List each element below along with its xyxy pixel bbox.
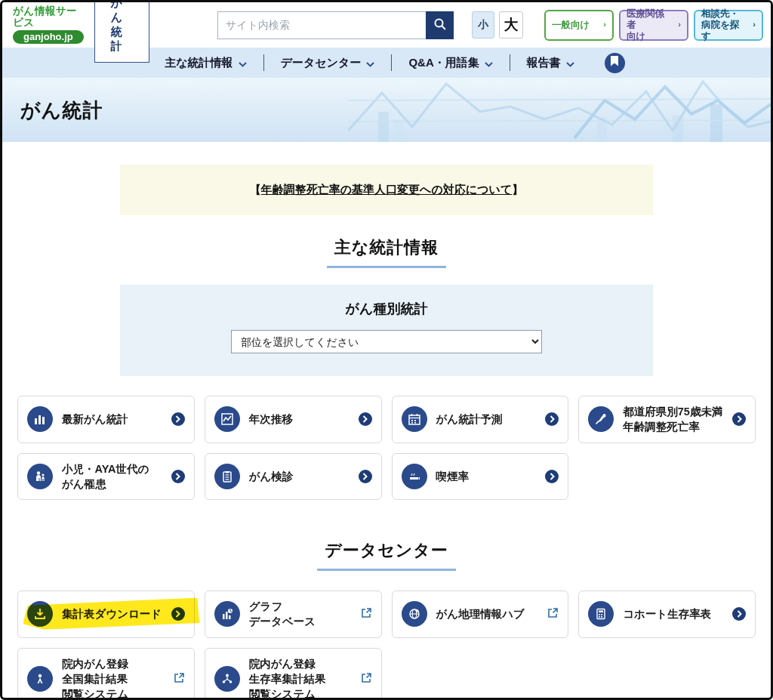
card-cohort-survival-table[interactable]: コホート生存率表 [578, 591, 756, 638]
no-smoking-icon [402, 464, 427, 489]
chevron-right-icon [359, 470, 372, 483]
page-title: がん統計 [2, 78, 771, 124]
font-size-large-button[interactable]: 大 [499, 11, 523, 39]
main-stats-card-grid: 最新がん統計 年次推移 がん統計予測 都道府県別75歳未満 年齢調整死亡率 小児… [17, 396, 756, 500]
chevron-right-icon [171, 470, 185, 483]
site-search [217, 11, 454, 39]
chevron-right-icon [171, 607, 185, 621]
survival-table-icon [588, 601, 614, 627]
chevron-right-icon [359, 412, 372, 426]
card-child-aya-cancer[interactable]: 小児・AYA世代の がん罹患 [17, 453, 195, 501]
hospital-registry-icon [27, 666, 53, 692]
bookmark-icon [610, 56, 619, 69]
nav-item-data-center[interactable]: データセンター [264, 56, 392, 70]
external-link-icon [361, 672, 372, 686]
card-prefecture-mortality-rate[interactable]: 都道府県別75歳未満 年齢調整死亡率 [578, 396, 756, 443]
download-icon [27, 601, 53, 627]
chevron-right-icon: › [678, 20, 681, 29]
chevron-down-icon [485, 57, 493, 69]
data-center-card-grid: 集計表ダウンロード グラフ データベース がん地理情報ハブ コホート生存率表 院… [17, 591, 756, 700]
globe-icon [402, 601, 427, 627]
external-link-icon [361, 607, 372, 621]
site-section-tab[interactable]: がん統計 [94, 0, 149, 63]
card-summary-table-download[interactable]: 集計表ダウンロード [17, 591, 195, 638]
card-smoking-rate[interactable]: 喫煙率 [392, 453, 569, 501]
chevron-right-icon [545, 470, 559, 483]
bar-chart-icon [27, 406, 53, 432]
nav-item-qa-glossary[interactable]: Q&A・用語集 [392, 56, 509, 70]
page-hero-banner: がん統計 [2, 78, 771, 142]
search-button[interactable] [426, 11, 454, 39]
audience-buttons: 一般向け › 医療関係者 向け › 相談先・ 病院を探す › [544, 10, 763, 41]
card-hospital-registry-survival-results[interactable]: 院内がん登録 生存率集計結果 閲覧システム [205, 648, 382, 700]
card-cancer-statistics-forecast[interactable]: がん統計予測 [392, 396, 569, 443]
chevron-down-icon [366, 57, 374, 69]
font-size-small-button[interactable]: 小 [472, 11, 494, 39]
survival-registry-icon [214, 666, 240, 692]
chevron-right-icon [171, 412, 185, 426]
chevron-right-icon: › [603, 20, 606, 29]
search-input[interactable] [217, 11, 426, 39]
font-size-controls: 小 大 [472, 11, 523, 39]
clipboard-icon [214, 464, 240, 489]
logo-domain-badge: ganjoho.jp [13, 30, 84, 44]
card-latest-cancer-statistics[interactable]: 最新がん統計 [17, 396, 195, 443]
graph-database-icon [214, 601, 240, 627]
find-hospital-button[interactable]: 相談先・ 病院を探す › [694, 10, 763, 41]
card-cancer-screening[interactable]: がん検診 [205, 453, 382, 501]
site-logo[interactable]: がん情報サービス ganjoho.jp [13, 6, 84, 44]
medical-professional-button[interactable]: 医療関係者 向け › [619, 10, 688, 41]
chevron-down-icon [239, 57, 247, 69]
card-cancer-geographic-info-hub[interactable]: がん地理情報ハブ [392, 591, 569, 638]
site-header: がん情報サービス ganjoho.jp がん統計 小 大 一般向け › 医療関係… [2, 2, 771, 48]
cancer-site-select[interactable]: 部位を選択してください [231, 330, 542, 353]
data-center-section-heading: データセンター [2, 539, 771, 571]
chevron-down-icon [566, 57, 574, 69]
calendar-icon [402, 406, 427, 432]
notice-box: 【年齢調整死亡率の基準人口変更への対応について】 [120, 165, 653, 215]
chevron-right-icon [732, 607, 746, 621]
cancer-type-box-title: がん種別統計 [120, 300, 653, 318]
card-annual-trends[interactable]: 年次推移 [205, 396, 382, 443]
logo-service-name: がん情報サービス [13, 6, 84, 29]
chevron-right-icon: › [753, 20, 756, 29]
general-audience-button[interactable]: 一般向け › [544, 10, 614, 41]
japan-map-icon [588, 406, 614, 432]
external-link-icon [174, 672, 185, 686]
card-graph-database[interactable]: グラフ データベース [205, 591, 382, 638]
nav-item-main-stats[interactable]: 主な統計情報 [148, 56, 263, 70]
chevron-right-icon [545, 412, 559, 426]
children-icon [27, 464, 53, 489]
bookmark-button[interactable] [605, 53, 625, 73]
card-hospital-registry-national-results[interactable]: 院内がん登録 全国集計結果 閲覧システム [17, 648, 195, 700]
main-stats-section-heading: 主な統計情報 [2, 236, 771, 268]
nav-item-reports[interactable]: 報告書 [510, 56, 591, 70]
external-link-icon [547, 607, 559, 621]
chevron-right-icon [732, 412, 746, 426]
cancer-type-stats-box: がん種別統計 部位を選択してください [120, 285, 653, 376]
notice-link[interactable]: 年齢調整死亡率の基準人口変更への対応について [261, 183, 512, 196]
line-chart-icon [214, 406, 240, 432]
search-icon [433, 17, 447, 33]
